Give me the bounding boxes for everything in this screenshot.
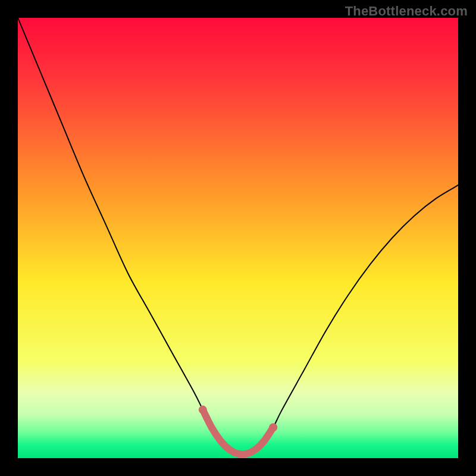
plot-area [18, 18, 458, 458]
chart-frame: TheBottleneck.com [0, 0, 476, 476]
chart-svg [18, 18, 458, 458]
sweet-spot-endpoint [199, 406, 207, 414]
watermark-text: TheBottleneck.com [345, 4, 468, 19]
sweet-spot-endpoint [269, 423, 277, 431]
